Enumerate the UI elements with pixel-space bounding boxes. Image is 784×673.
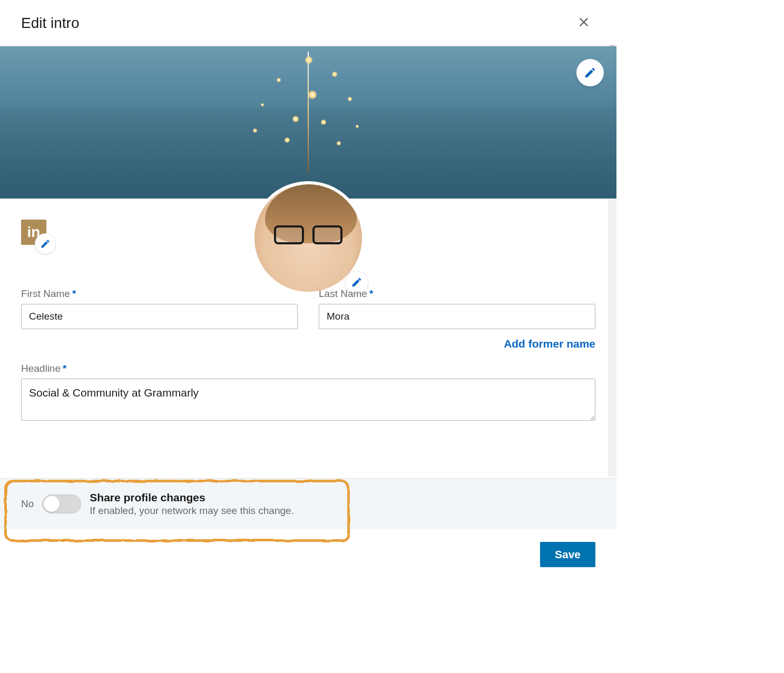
cover-photo xyxy=(0,46,616,199)
share-description: If enabled, your network may see this ch… xyxy=(90,505,294,517)
modal-header: Edit intro xyxy=(0,0,616,46)
pencil-icon xyxy=(584,66,596,79)
first-name-input[interactable] xyxy=(21,304,298,329)
close-icon xyxy=(576,15,591,29)
edit-cover-button[interactable] xyxy=(576,59,604,86)
close-button[interactable] xyxy=(572,11,595,35)
edit-intro-modal: Edit intro xyxy=(0,0,616,580)
modal-footer: Save xyxy=(0,529,616,580)
save-button[interactable]: Save xyxy=(540,542,595,567)
toggle-knob xyxy=(44,496,60,512)
first-name-label: First Name* xyxy=(21,288,298,300)
headline-label: Headline* xyxy=(21,363,595,374)
share-text: Share profile changes If enabled, your n… xyxy=(90,491,294,517)
logo-area: in xyxy=(21,220,46,245)
last-name-field: Last Name* xyxy=(319,288,595,329)
share-profile-toggle[interactable] xyxy=(42,494,81,513)
cover-photo-section xyxy=(0,46,616,199)
last-name-label: Last Name* xyxy=(319,288,595,300)
modal-scroll-area: in First Name* Last Name* xyxy=(0,46,616,478)
form-body: in First Name* Last Name* xyxy=(0,199,616,431)
last-name-input[interactable] xyxy=(319,304,595,329)
add-former-name-row: Add former name xyxy=(21,338,595,350)
toggle-state-label: No xyxy=(21,498,34,510)
add-former-name-link[interactable]: Add former name xyxy=(504,338,595,350)
modal-title: Edit intro xyxy=(21,15,80,32)
edit-logo-button[interactable] xyxy=(35,233,56,254)
headline-field: Headline* xyxy=(21,363,595,421)
headline-input[interactable] xyxy=(21,379,595,421)
pencil-icon xyxy=(40,239,51,249)
name-row: First Name* Last Name* xyxy=(21,288,595,329)
share-title: Share profile changes xyxy=(90,491,294,504)
share-profile-section: No Share profile changes If enabled, you… xyxy=(0,478,616,529)
first-name-field: First Name* xyxy=(21,288,298,329)
